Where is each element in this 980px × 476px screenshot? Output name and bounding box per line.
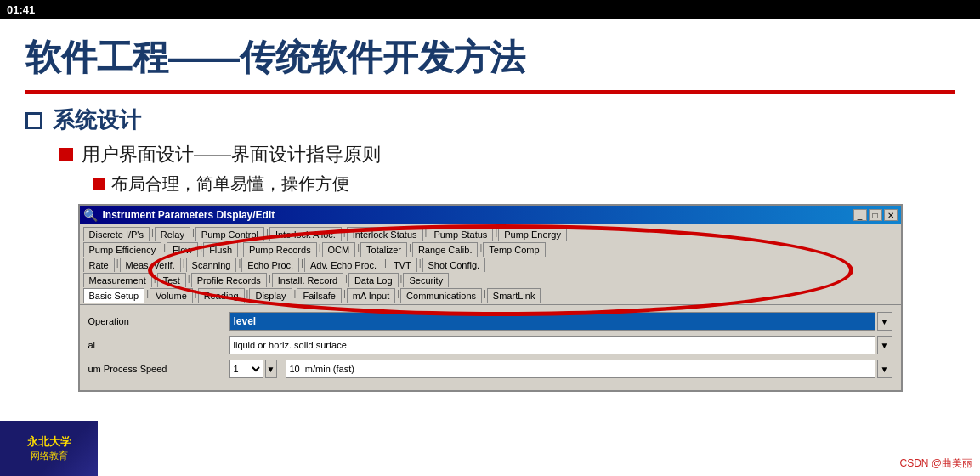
speed-dropdown-arrow[interactable]: ▼ [265, 360, 277, 378]
tab-failsafe[interactable]: Failsafe [297, 288, 342, 303]
top-bar: 01:41 [0, 0, 980, 19]
tab-scanning[interactable]: Scanning [186, 258, 237, 272]
dialog-title: Instrument Parameters Display/Edit [103, 209, 275, 221]
dialog-window: 🔍 Instrument Parameters Display/Edit _ □… [78, 204, 903, 392]
titlebar-buttons: _ □ ✕ [853, 209, 898, 221]
bullet-l2: 用户界面设计——界面设计指导原则 [59, 142, 955, 167]
tab-row-2: Pump Efficiency | Flow | Flush | Pump Re… [83, 242, 898, 257]
tab-adv-echo-proc[interactable]: Adv. Echo Proc. [304, 258, 382, 272]
bullet-l3-text: 布局合理，简单易懂，操作方便 [111, 173, 349, 196]
tab-profile-records[interactable]: Profile Records [191, 273, 267, 287]
mode-label: al [88, 340, 224, 350]
speed-label: um Process Speed [88, 364, 224, 374]
tab-meas-verif[interactable]: Meas. Verif. [120, 258, 181, 272]
bullet-l3: 布局合理，简单易懂，操作方便 [93, 173, 955, 196]
tab-relay[interactable]: Relay [155, 227, 190, 241]
close-button[interactable]: ✕ [884, 209, 898, 221]
tab-smartlink[interactable]: SmartLink [487, 288, 541, 303]
tab-row-4: Measurement | Test | Profile Records | I… [83, 273, 898, 287]
bullet-l1: 系统设计 [25, 105, 955, 135]
tab-interlock-alloc[interactable]: Interlock Alloc. [269, 227, 342, 241]
minimize-button[interactable]: _ [853, 209, 867, 221]
speed-unit-dropdown-arrow[interactable]: ▼ [877, 360, 892, 378]
tab-measurement[interactable]: Measurement [83, 273, 152, 287]
operation-label: Operation [88, 316, 224, 326]
university-name: 永北大学 [27, 434, 71, 450]
speed-unit-input[interactable] [286, 360, 875, 378]
maximize-button[interactable]: □ [869, 209, 882, 221]
bullet-l1-icon [25, 112, 42, 129]
title-underline [25, 90, 955, 94]
form-row-operation: Operation ▼ [88, 312, 892, 331]
tab-pump-efficiency[interactable]: Pump Efficiency [83, 242, 162, 257]
tab-row-1: Discrete I/P's | Relay | Pump Control | … [83, 227, 898, 241]
tab-test[interactable]: Test [157, 273, 186, 287]
bullet-l1-text: 系统设计 [53, 105, 141, 135]
tab-flow[interactable]: Flow [167, 242, 198, 257]
tab-ocm[interactable]: OCM [322, 242, 356, 257]
time-display: 01:41 [7, 3, 35, 16]
tab-data-log[interactable]: Data Log [348, 273, 399, 287]
csdn-watermark: CSDN @曲美丽 [895, 455, 977, 473]
tab-discrete-ips[interactable]: Discrete I/P's [83, 227, 150, 241]
form-row-mode: al ▼ [88, 336, 892, 354]
titlebar-left: 🔍 Instrument Parameters Display/Edit [83, 208, 275, 222]
tab-totalizer[interactable]: Totalizer [360, 242, 407, 257]
tab-tvt[interactable]: TVT [388, 258, 417, 272]
bullet-l2-text: 用户界面设计——界面设计指导原则 [82, 142, 381, 167]
tab-pump-control[interactable]: Pump Control [195, 227, 264, 241]
tab-pump-status[interactable]: Pump Status [428, 227, 493, 241]
dept-name: 网络教育 [31, 450, 68, 462]
tab-row-3: Rate | Meas. Verif. | Scanning | Echo Pr… [83, 258, 898, 272]
tab-interlock-status[interactable]: Interlock Status [347, 227, 423, 241]
dialog-icon: 🔍 [83, 208, 98, 222]
slide-container: 01:41 软件工程——传统软件开发方法 系统设计 用户界面设计——界面设计指导… [0, 0, 980, 476]
speed-value-select[interactable]: 1 2 3 [229, 360, 263, 378]
tab-temp-comp[interactable]: Temp Comp [483, 242, 545, 257]
tab-reading[interactable]: Reading [198, 288, 245, 303]
slide-title: 软件工程——传统软件开发方法 [25, 34, 955, 82]
tab-range-calib[interactable]: Range Calib. [412, 242, 479, 257]
tabs-area: Discrete I/P's | Relay | Pump Control | … [80, 224, 901, 305]
operation-dropdown-arrow[interactable]: ▼ [877, 312, 892, 331]
tab-rate[interactable]: Rate [83, 258, 115, 272]
tab-volume[interactable]: Volume [150, 288, 193, 303]
bullet-l3-icon [93, 178, 105, 190]
form-row-speed: um Process Speed 1 2 3 ▼ ▼ [88, 360, 892, 378]
dialog-titlebar: 🔍 Instrument Parameters Display/Edit _ □… [80, 206, 901, 224]
slide-content: 软件工程——传统软件开发方法 系统设计 用户界面设计——界面设计指导原则 布局合… [0, 19, 980, 476]
bullet-l2-icon [59, 148, 73, 162]
mode-input[interactable] [229, 336, 875, 354]
tab-flush[interactable]: Flush [203, 242, 238, 257]
dialog-body: Operation ▼ al ▼ um Process Sp [80, 305, 901, 390]
sep1: | [151, 227, 154, 241]
tab-ma-input[interactable]: mA Input [347, 288, 395, 303]
watermark-left-area: 永北大学 网络教育 [0, 421, 98, 476]
tab-security[interactable]: Security [403, 273, 449, 287]
mode-dropdown-arrow[interactable]: ▼ [877, 336, 892, 354]
tab-pump-energy[interactable]: Pump Energy [498, 227, 567, 241]
tab-row-5: Basic Setup | Volume | Reading | Display… [83, 288, 898, 303]
tab-pump-records[interactable]: Pump Records [243, 242, 317, 257]
tab-install-record[interactable]: Install. Record [272, 273, 343, 287]
tab-echo-proc[interactable]: Echo Proc. [241, 258, 299, 272]
tab-basic-setup[interactable]: Basic Setup [83, 288, 145, 303]
tab-display[interactable]: Display [249, 288, 292, 303]
operation-input[interactable] [229, 312, 875, 331]
tab-shot-config[interactable]: Shot Config. [422, 258, 486, 272]
tab-communications[interactable]: Communications [400, 288, 482, 303]
